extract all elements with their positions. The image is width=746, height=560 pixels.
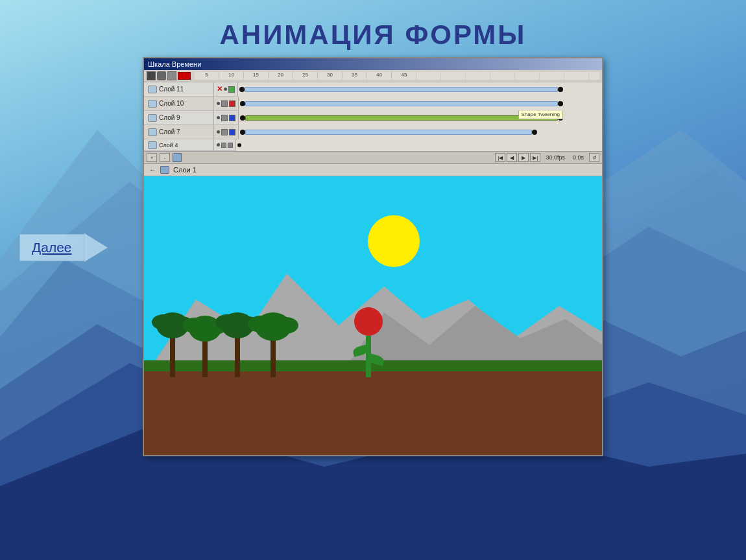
keyframe-extra bbox=[237, 143, 241, 147]
color-box-9a bbox=[221, 115, 228, 121]
film-icon bbox=[147, 71, 156, 80]
layer-controls-10 bbox=[214, 97, 239, 110]
layer-row-7: Слой 7 bbox=[144, 125, 602, 139]
frames-10 bbox=[239, 97, 602, 111]
layer-icon-7 bbox=[148, 128, 157, 136]
svg-rect-8 bbox=[170, 332, 175, 377]
frame-bar-10 bbox=[245, 101, 558, 106]
camera-icon bbox=[157, 71, 166, 80]
layer-controls-9 bbox=[214, 111, 239, 124]
color-box-ex2 bbox=[228, 143, 233, 148]
layer-label-7: Слой 7 bbox=[159, 128, 180, 135]
layer-label-9: Слой 9 bbox=[159, 114, 180, 121]
color-box-10b bbox=[229, 100, 235, 107]
square-icon bbox=[167, 71, 176, 80]
layer-controls-7 bbox=[214, 125, 239, 139]
color-box-7b bbox=[229, 129, 235, 135]
svg-point-22 bbox=[248, 316, 274, 332]
svg-point-23 bbox=[272, 317, 298, 334]
timeline-bottom-bar: + - |◀ ◀ ▶ ▶| 30.0fps 0.0s ↺ bbox=[144, 151, 602, 163]
flash-window: Шкала Времени 5 10 15 20 25 30 35 40 45 bbox=[143, 57, 603, 456]
playback-controls: |◀ ◀ ▶ ▶| bbox=[495, 153, 540, 162]
fps-indicator: 30.0fps bbox=[543, 154, 568, 161]
layer-label-extra: Слой 4 bbox=[159, 142, 178, 148]
keyframe-start-9 bbox=[240, 115, 245, 121]
shape-tween-bar-9 bbox=[245, 115, 558, 121]
layer-row-11: Слой 11 ✕ bbox=[144, 82, 602, 97]
scene-icon bbox=[160, 166, 169, 174]
color-box-11 bbox=[228, 86, 235, 93]
timeline-toolbar: 5 10 15 20 25 30 35 40 45 bbox=[144, 70, 602, 82]
keyframe-end-10 bbox=[558, 101, 563, 106]
next-frame-btn[interactable]: ▶| bbox=[530, 153, 540, 162]
stage-canvas bbox=[144, 176, 602, 455]
svg-rect-16 bbox=[235, 332, 240, 377]
ground-area bbox=[144, 371, 602, 455]
frame-bar-11 bbox=[245, 87, 558, 92]
dot-icon-11 bbox=[224, 88, 227, 91]
scene-label: Слои 1 bbox=[173, 166, 197, 174]
scene-bar: ← Слои 1 bbox=[144, 163, 602, 176]
loop-btn[interactable]: ↺ bbox=[589, 153, 599, 162]
layer-row-10: Слой 10 bbox=[144, 97, 602, 111]
flash-titlebar: Шкала Времени bbox=[144, 58, 602, 70]
folder-icon bbox=[173, 153, 182, 162]
play-btn[interactable]: ▶ bbox=[518, 153, 529, 162]
add-layer-btn[interactable]: + bbox=[147, 153, 157, 162]
dot-icon-7a bbox=[217, 130, 220, 134]
prev-frame-btn[interactable]: ◀ bbox=[507, 153, 517, 162]
timeline-ruler: 5 10 15 20 25 30 35 40 45 bbox=[195, 72, 599, 80]
dot-icon-9a bbox=[217, 116, 220, 119]
keyframe-start-11 bbox=[239, 87, 245, 92]
layer-row-9: Слой 9 Shape Tweening bbox=[144, 111, 602, 125]
leaf-right bbox=[368, 353, 385, 366]
layer-icon-extra bbox=[148, 141, 157, 149]
frames-extra bbox=[236, 139, 602, 151]
layer-controls-extra bbox=[214, 139, 236, 150]
frames-7 bbox=[239, 125, 602, 139]
color-box-9b bbox=[229, 115, 235, 121]
visibility-icon-11: ✕ bbox=[217, 85, 223, 93]
flower-head bbox=[354, 307, 383, 336]
layer-controls-11: ✕ bbox=[214, 82, 238, 96]
svg-rect-20 bbox=[271, 335, 276, 377]
flower-group bbox=[354, 307, 383, 377]
layer-name-11: Слой 11 bbox=[144, 82, 214, 96]
svg-point-18 bbox=[215, 314, 239, 330]
layer-label-11: Слой 11 bbox=[159, 86, 184, 93]
time-indicator: 0.0s bbox=[570, 154, 586, 161]
layer-name-7: Слой 7 bbox=[144, 125, 214, 139]
dot-icon-10a bbox=[217, 102, 220, 105]
layer-icon-10 bbox=[148, 100, 157, 108]
layer-name-10: Слой 10 bbox=[144, 97, 214, 110]
back-arrow: ← bbox=[149, 166, 156, 174]
layer-name-9: Слой 9 bbox=[144, 111, 214, 124]
layer-label-10: Слой 10 bbox=[159, 100, 184, 107]
layer-row-extra: Слой 4 bbox=[144, 139, 602, 151]
layer-icon-9 bbox=[148, 114, 157, 122]
dot-icon-ex bbox=[217, 143, 220, 146]
flower-stem bbox=[366, 336, 371, 377]
window-title: Шкала Времени bbox=[148, 60, 201, 68]
first-frame-btn[interactable]: |◀ bbox=[495, 153, 505, 162]
delete-layer-btn[interactable]: - bbox=[160, 153, 170, 162]
svg-point-14 bbox=[183, 318, 206, 333]
keyframe-end-11 bbox=[558, 87, 563, 92]
trees-svg bbox=[150, 299, 313, 377]
color-box-ex bbox=[221, 143, 226, 148]
page-title: АНИМАЦИЯ ФОРМЫ bbox=[0, 0, 746, 51]
layer-icon-11 bbox=[148, 86, 157, 93]
layer-name-extra: Слой 4 bbox=[144, 139, 214, 150]
color-box-10a bbox=[221, 100, 228, 107]
shape-tween-tooltip: Shape Tweening bbox=[518, 111, 563, 119]
keyframe-end-7 bbox=[532, 130, 537, 135]
leaf-left bbox=[352, 344, 370, 357]
color-box-7a bbox=[221, 129, 228, 135]
frame-bar-7 bbox=[245, 130, 532, 135]
frames-11 bbox=[238, 82, 602, 97]
red-marker bbox=[178, 72, 191, 80]
frames-9: Shape Tweening bbox=[239, 111, 602, 125]
keyframe-start-10 bbox=[240, 101, 245, 106]
keyframe-start-7 bbox=[240, 130, 245, 135]
